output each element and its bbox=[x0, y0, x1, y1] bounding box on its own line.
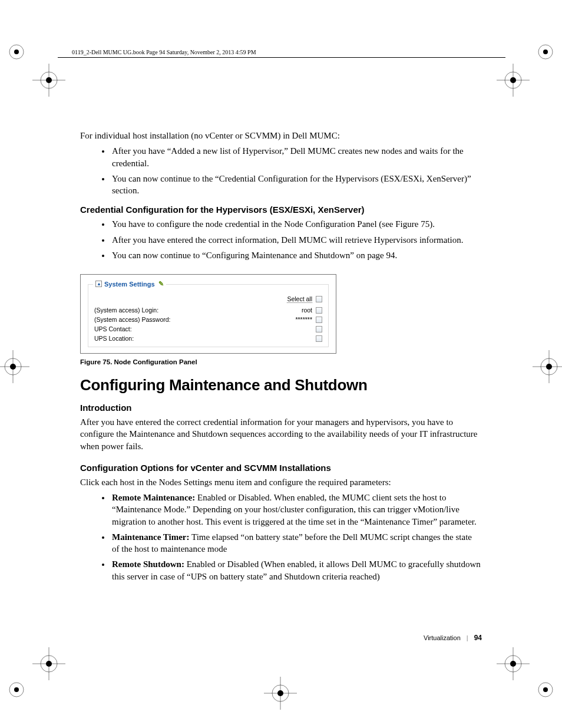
row-ups-location: UPS Location: bbox=[94, 334, 322, 343]
separator-icon: | bbox=[467, 634, 468, 641]
label: (System access) Password: bbox=[94, 316, 292, 323]
label: (System access) Login: bbox=[94, 307, 298, 314]
heading-config-options: Configuration Options for vCenter and SC… bbox=[80, 463, 481, 473]
list-item: Remote Maintenance: Enabled or Disabled.… bbox=[111, 492, 481, 528]
figure-node-config-panel: ▴ System Settings ✎ Select all (System a… bbox=[80, 274, 336, 354]
list-item: After you have entered the correct infor… bbox=[111, 234, 481, 246]
crop-mark-icon bbox=[534, 40, 557, 64]
crop-mark-icon bbox=[534, 678, 557, 701]
row-password: (System access) Password: ******* bbox=[94, 315, 322, 324]
crop-mark-icon bbox=[264, 677, 297, 710]
svg-point-1 bbox=[14, 50, 19, 54]
label: UPS Location: bbox=[94, 335, 309, 342]
heading-configuring-maintenance: Configuring Maintenance and Shutdown bbox=[80, 376, 481, 394]
crop-mark-icon bbox=[0, 350, 29, 383]
value: root bbox=[302, 307, 312, 314]
credential-bullets: You have to configure the node credentia… bbox=[80, 218, 481, 261]
page-number: 94 bbox=[474, 634, 482, 642]
row-ups-contact: UPS Contact: bbox=[94, 324, 322, 334]
svg-point-5 bbox=[46, 77, 52, 83]
list-item: Remote Shutdown: Enabled or Disabled (Wh… bbox=[111, 558, 481, 582]
row-checkbox[interactable] bbox=[316, 326, 322, 332]
introduction-paragraph: After you have entered the correct crede… bbox=[80, 416, 481, 452]
svg-point-11 bbox=[510, 77, 516, 83]
crop-mark-icon bbox=[497, 64, 530, 97]
row-checkbox[interactable] bbox=[316, 335, 322, 342]
crop-mark-icon bbox=[5, 40, 28, 64]
config-options-bullets: Remote Maintenance: Enabled or Disabled.… bbox=[80, 492, 481, 582]
svg-point-21 bbox=[14, 687, 19, 692]
row-checkbox[interactable] bbox=[316, 307, 322, 314]
page-footer: Virtualization | 94 bbox=[424, 634, 482, 642]
figure-caption: Figure 75. Node Configuration Panel bbox=[80, 358, 481, 365]
fieldset-legend[interactable]: ▴ System Settings ✎ bbox=[93, 280, 166, 288]
svg-point-7 bbox=[543, 50, 548, 54]
pencil-icon[interactable]: ✎ bbox=[158, 280, 164, 288]
svg-point-19 bbox=[546, 364, 552, 370]
collapse-icon[interactable]: ▴ bbox=[95, 281, 102, 287]
crop-mark-icon bbox=[5, 678, 28, 701]
svg-point-15 bbox=[10, 364, 16, 370]
header-rule bbox=[58, 57, 505, 58]
select-all-link[interactable]: Select all bbox=[287, 295, 312, 303]
svg-point-27 bbox=[543, 687, 548, 692]
list-item: You have to configure the node credentia… bbox=[111, 218, 481, 230]
heading-introduction: Introduction bbox=[80, 403, 481, 413]
system-settings-fieldset: ▴ System Settings ✎ Select all (System a… bbox=[88, 284, 329, 347]
running-header: 0119_2-Dell MUMC UG.book Page 94 Saturda… bbox=[72, 49, 256, 55]
svg-point-31 bbox=[510, 661, 516, 667]
crop-mark-icon bbox=[497, 647, 530, 680]
page-content: For individual host installation (no vCe… bbox=[80, 130, 481, 591]
row-checkbox[interactable] bbox=[316, 317, 322, 323]
crop-mark-icon bbox=[32, 64, 65, 97]
opts-lead: Click each host in the Nodes Settings me… bbox=[80, 476, 481, 488]
row-login: (System access) Login: root bbox=[94, 305, 322, 315]
select-all-checkbox[interactable] bbox=[316, 296, 322, 302]
label: UPS Contact: bbox=[94, 325, 309, 332]
crop-mark-icon bbox=[32, 647, 65, 680]
crop-mark-icon bbox=[533, 350, 562, 383]
heading-credential-config: Credential Configuration for the Hypervi… bbox=[80, 205, 481, 215]
list-item: You can now continue to the “Credential … bbox=[111, 173, 481, 197]
list-item: Maintenance Timer: Time elapsed “on batt… bbox=[111, 531, 481, 555]
svg-point-35 bbox=[277, 690, 283, 696]
svg-point-25 bbox=[46, 661, 52, 667]
intro-paragraph: For individual host installation (no vCe… bbox=[80, 130, 481, 141]
list-item: After you have “Added a new list of Hype… bbox=[111, 145, 481, 169]
intro-bullets: After you have “Added a new list of Hype… bbox=[80, 145, 481, 196]
legend-text: System Settings bbox=[104, 281, 155, 288]
footer-section: Virtualization bbox=[424, 634, 461, 641]
value: ******* bbox=[295, 316, 312, 323]
list-item: You can now continue to “Configuring Mai… bbox=[111, 249, 481, 261]
